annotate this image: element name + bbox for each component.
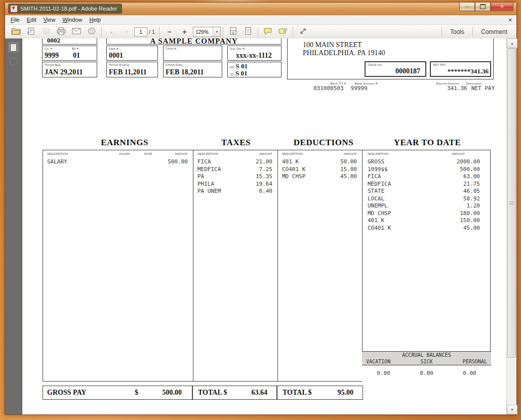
maximize-button[interactable] [475, 3, 491, 11]
comment-button[interactable]: Comment [475, 27, 513, 37]
menu-edit[interactable]: Edit [23, 16, 40, 24]
page-down-icon: ▼ [125, 30, 129, 34]
accrual-vacation-value: 0.00 [362, 370, 405, 376]
filing-status-box: FD S 01 ST S 01 [227, 62, 282, 77]
zoom-in-button[interactable]: + [177, 26, 192, 38]
print-button[interactable] [54, 26, 69, 38]
tax-row: FICA21.00 [197, 158, 272, 166]
totals-row: GROSS PAY $ 500.00 TOTAL $ 63.64 TOTAL $… [43, 386, 363, 400]
ssn-box: Soc Sec # xxx-xx-1112 [227, 46, 282, 61]
minimize-button[interactable]: — [459, 3, 475, 11]
email-button[interactable] [69, 26, 84, 38]
deductions-title: DEDUCTIONS [294, 138, 353, 148]
zoom-level-select[interactable]: 129% ▼ [193, 27, 221, 37]
scrollbar-thumb[interactable] [507, 48, 516, 358]
ytd-amount-header: AMOUNT [452, 152, 465, 155]
deductions-amount-header: AMOUNT [344, 152, 357, 155]
ytd-row: 1099$$500.00 [368, 166, 480, 174]
zoom-out-button[interactable]: − [162, 26, 177, 38]
taxes-total-amount: 63.64 [252, 389, 277, 397]
attachment-glyph [9, 57, 18, 66]
deduction-row: MD CHSP45.00 [282, 173, 357, 181]
scrolling-mode-button[interactable] [225, 26, 241, 38]
page-thumbnails-icon[interactable] [8, 42, 19, 53]
scroll-up-icon[interactable]: ▲ [507, 38, 517, 48]
deposit-amount-value: 341.36 [447, 85, 467, 92]
page-number-input[interactable] [134, 27, 147, 36]
deductions-total-amount: 95.00 [338, 389, 363, 397]
period-beg-value: JAN 29,2011 [45, 68, 83, 76]
state-status-value: S 01 [235, 70, 247, 77]
maximize-icon [480, 4, 486, 9]
save-icon [27, 27, 35, 37]
period-beg-label: Period Beg. [43, 62, 97, 66]
earnings-panel: DESCRIPTION HOURS RATE AMOUNT SALARY500.… [43, 150, 193, 381]
ytd-row: FICA63.00 [368, 173, 480, 181]
open-file-button[interactable] [8, 26, 23, 38]
gross-pay-cell: GROSS PAY $ 500.00 [43, 386, 193, 399]
check-date-label: Check Date [164, 62, 222, 66]
taxes-total-cell: TOTAL $ 63.64 [193, 386, 277, 399]
close-document-icon[interactable]: ✕ [508, 17, 512, 23]
deposit-desc-value: NET PAY [471, 85, 495, 92]
single-page-button[interactable] [241, 26, 256, 38]
highlight-text-button[interactable] [275, 26, 291, 38]
co-label: Co. # [45, 47, 52, 50]
menu-view[interactable]: View [40, 16, 59, 24]
vertical-scrollbar[interactable]: ▲ ▼ [506, 38, 516, 414]
cloud-upload-button[interactable] [38, 26, 54, 38]
ytd-desc-header: DESCRIPTION [368, 152, 388, 155]
adobe-reader-icon [10, 5, 18, 13]
tax-row: MEDFICA7.25 [197, 166, 272, 174]
share-badge-icon [88, 27, 96, 37]
earnings-amount-header: AMOUNT [175, 152, 188, 155]
attachments-icon[interactable] [8, 56, 19, 67]
launch-tool-button[interactable] [295, 26, 310, 38]
gross-pay-label: GROSS PAY [43, 389, 86, 397]
menu-bar: File Edit View Window Help ✕ [5, 15, 516, 25]
deposit-info: Deposit Amount Description 341.36 NET PA… [424, 82, 495, 92]
next-page-button[interactable]: ▼ [119, 26, 134, 38]
dept-box: Dept # 0001 [106, 46, 158, 61]
ytd-row: MD CHSP180.00 [368, 210, 480, 218]
document-viewport: 0002 A SAMPLE COMPANY Co. # Btl # 9999 0… [5, 38, 516, 414]
gross-pay-amount: 500.00 [138, 389, 192, 397]
title-bar[interactable]: SMITH.2011-02-18.pdf - Adobe Reader — ✕ [5, 3, 516, 15]
fed-status-label: FD [230, 66, 234, 69]
scroll-down-icon[interactable]: ▼ [507, 405, 517, 414]
period-beg-box: Period Beg. JAN 29,2011 [42, 62, 97, 77]
clock-label: Clock # [164, 46, 222, 50]
net-pay-label: NET PAY [431, 62, 490, 66]
close-button[interactable]: ✕ [491, 3, 513, 11]
accrual-col-sick: SICK [407, 358, 447, 365]
chevron-down-icon[interactable]: ▼ [213, 27, 220, 36]
toolbar-separator [223, 27, 223, 37]
tax-row: PHILA19.64 [197, 181, 272, 188]
previous-page-button[interactable]: ▲ [104, 26, 119, 38]
earnings-row: SALARY500.00 [47, 158, 188, 166]
deduction-row: 401 K50.00 [282, 158, 357, 166]
earnings-rate-header: RATE [144, 152, 152, 155]
ytd-row: LOCAL58.92 [368, 195, 480, 203]
taxes-amount-header: AMOUNT [259, 152, 272, 155]
sticky-note-button[interactable] [260, 26, 275, 38]
tools-button[interactable]: Tools [444, 27, 470, 37]
deductions-total-cell: TOTAL $ 95.00 [277, 386, 363, 399]
taxes-total-label: TOTAL $ [193, 389, 227, 397]
menu-file[interactable]: File [7, 16, 23, 24]
check-number-value: 0000187 [395, 67, 420, 75]
single-page-icon [245, 27, 252, 37]
deduction-row: CO401 K15.00 [282, 166, 357, 174]
earnings-desc-header: DESCRIPTION [47, 152, 68, 155]
menu-window[interactable]: Window [59, 16, 86, 24]
share-button[interactable] [84, 26, 99, 38]
period-end-label: Period Ending [107, 62, 157, 66]
accrual-sick-value: 0.00 [405, 370, 448, 376]
window-title: SMITH.2011-02-18.pdf - Adobe Reader [20, 6, 117, 12]
tax-row: PA UNEM0.40 [197, 188, 272, 195]
save-button[interactable] [23, 26, 38, 38]
earnings-hours-header: HOURS [119, 152, 130, 155]
toolbar-right-group: Tools Comment [439, 27, 513, 37]
menu-help[interactable]: Help [86, 16, 105, 24]
toolbar: ▲ ▼ / 1 − + 129% ▼ [5, 25, 516, 39]
